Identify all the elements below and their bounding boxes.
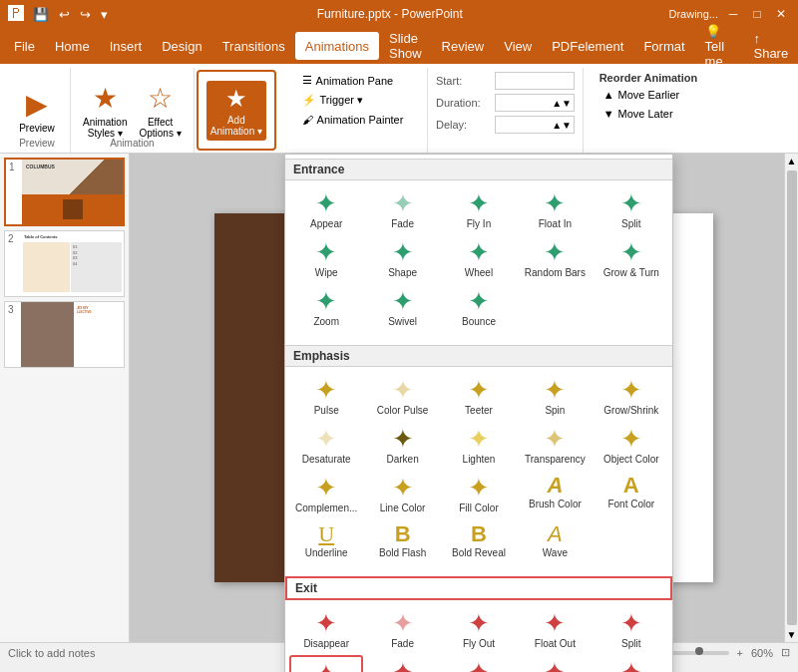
quick-access-toolbar: 💾 ↩ ↪ ▾ (30, 5, 111, 24)
menu-insert[interactable]: Insert (100, 32, 153, 60)
anim-object-color[interactable]: ✦ Object Color (595, 422, 668, 469)
anim-fill-color[interactable]: ✦ Fill Color (442, 471, 516, 517)
menu-view[interactable]: View (494, 32, 542, 60)
bold-reveal-label: Bold Reveal (452, 547, 506, 558)
minimize-button[interactable]: ─ (724, 5, 742, 23)
anim-appear[interactable]: ✦ Appear (289, 186, 363, 233)
menu-tell-me[interactable]: 💡 Tell me... (695, 32, 744, 60)
anim-spin[interactable]: ✦ Spin (518, 373, 592, 420)
anim-wipe[interactable]: ✦ Wipe (289, 235, 363, 282)
anim-font-color[interactable]: A Font Color (595, 471, 668, 517)
slide-thumb-2[interactable]: 2 Table of Contents 01020304 (4, 230, 125, 297)
spin-icon: ✦ (544, 377, 566, 403)
effect-options-button[interactable]: ☆ EffectOptions ▾ (135, 78, 185, 143)
close-button[interactable]: ✕ (772, 5, 790, 23)
animation-styles-button[interactable]: ★ AnimationStyles ▾ (79, 78, 131, 143)
menu-slideshow[interactable]: Slide Show (379, 32, 432, 60)
anim-transparency[interactable]: ✦ Transparency (518, 422, 592, 469)
menu-home[interactable]: Home (45, 32, 100, 60)
fade-label: Fade (391, 218, 414, 229)
menu-file[interactable]: File (4, 32, 45, 60)
customize-button[interactable]: ▾ (98, 5, 111, 24)
anim-fly-in[interactable]: ✦ Fly In (442, 186, 516, 233)
delay-input[interactable]: ▲▼ (495, 116, 575, 134)
anim-shape[interactable]: ✦ Shape (365, 235, 439, 282)
anim-bold-flash[interactable]: B Bold Flash (365, 519, 439, 562)
anim-underline[interactable]: U Underline (289, 519, 363, 562)
anim-exit-random-bars[interactable]: ✦ Random Bars (518, 655, 592, 672)
zoom-slider-thumb[interactable] (695, 647, 703, 655)
anim-zoom[interactable]: ✦ Zoom (289, 284, 363, 331)
anim-fly-out[interactable]: ✦ Fly Out (442, 606, 516, 653)
anim-brush-color[interactable]: A Brush Color (518, 471, 592, 517)
grow-turn-label: Grow & Turn (603, 267, 659, 278)
animation-pane-button[interactable]: ☰ Animation Pane (298, 72, 408, 89)
anim-float-out[interactable]: ✦ Float Out (518, 606, 592, 653)
anim-pulse[interactable]: ✦ Pulse (289, 373, 363, 420)
entrance-label: Entrance (293, 163, 344, 176)
preview-button[interactable]: ▶ Preview (12, 84, 62, 138)
save-button[interactable]: 💾 (30, 5, 52, 24)
animation-painter-button[interactable]: 🖌 Animation Painter (298, 112, 408, 128)
anim-exit-wipe[interactable]: ✦ Wipe (289, 655, 363, 672)
anim-line-color[interactable]: ✦ Line Color (365, 471, 439, 517)
anim-swivel[interactable]: ✦ Swivel (365, 284, 439, 331)
anim-teeter[interactable]: ✦ Teeter (442, 373, 516, 420)
anim-grow-shrink[interactable]: ✦ Grow/Shrink (595, 373, 668, 420)
anim-desaturate[interactable]: ✦ Desaturate (289, 422, 363, 469)
slide-thumb-3[interactable]: 3 JD BY LLECTIVE. (4, 301, 125, 368)
random-bars-label: Random Bars (525, 267, 586, 278)
menu-animations[interactable]: Animations (295, 32, 379, 60)
menu-transitions[interactable]: Transitions (212, 32, 295, 60)
add-animation-button[interactable]: ★ AddAnimation ▾ (206, 81, 266, 141)
start-input[interactable] (495, 72, 575, 90)
anim-lighten[interactable]: ✦ Lighten (442, 422, 516, 469)
scroll-down-button[interactable]: ▼ (785, 627, 798, 642)
menu-review[interactable]: Review (432, 32, 495, 60)
vertical-scrollbar[interactable]: ▲ ▼ (784, 154, 798, 642)
duration-input[interactable]: ▲▼ (495, 94, 575, 112)
anim-wave[interactable]: A Wave (518, 519, 592, 562)
effect-options-icon: ☆ (148, 82, 173, 115)
anim-wheel[interactable]: ✦ Wheel (442, 235, 516, 282)
anim-fade[interactable]: ✦ Fade (365, 186, 439, 233)
undo-button[interactable]: ↩ (56, 5, 73, 24)
redo-button[interactable]: ↪ (77, 5, 94, 24)
anim-grow-turn[interactable]: ✦ Grow & Turn (595, 235, 668, 282)
fade-icon: ✦ (392, 190, 414, 216)
anim-complement[interactable]: ✦ Complemen... (289, 471, 363, 517)
menu-share[interactable]: ↑ Share (743, 32, 798, 60)
anim-split[interactable]: ✦ Split (595, 186, 668, 233)
anim-exit-fade[interactable]: ✦ Fade (365, 606, 439, 653)
slide-thumb-1[interactable]: 1 COLUMBUS (4, 158, 125, 226)
zoom-slider[interactable] (669, 651, 729, 655)
anim-color-pulse[interactable]: ✦ Color Pulse (365, 373, 439, 420)
menu-design[interactable]: Design (152, 32, 211, 60)
move-earlier-label: Move Earlier (618, 89, 680, 101)
move-later-button[interactable]: ▼ Move Later (599, 106, 698, 122)
menu-pdfelement[interactable]: PDFelement (542, 32, 633, 60)
anim-darken[interactable]: ✦ Darken (365, 422, 439, 469)
anim-float-in[interactable]: ✦ Float In (518, 186, 592, 233)
scroll-up-button[interactable]: ▲ (785, 154, 798, 168)
anim-exit-shape[interactable]: ✦ Shape (365, 655, 439, 672)
anim-bounce[interactable]: ✦ Bounce (442, 284, 516, 331)
spin-label: Spin (545, 405, 565, 416)
fit-slide[interactable]: ⊡ (781, 646, 790, 659)
scroll-thumb[interactable] (787, 170, 797, 625)
trigger-button[interactable]: ⚡ Trigger ▾ (298, 92, 408, 109)
anim-disappear[interactable]: ✦ Disappear (289, 606, 363, 653)
anim-bold-reveal[interactable]: B Bold Reveal (442, 519, 516, 562)
maximize-button[interactable]: □ (748, 5, 766, 23)
brush-color-label: Brush Color (529, 499, 582, 509)
exit-header: Exit (285, 576, 672, 600)
anim-exit-split[interactable]: ✦ Split (595, 606, 668, 653)
drawing-label: Drawing... (668, 8, 718, 20)
anim-shrink-turn[interactable]: ✦ Shrink & Tu... (595, 655, 668, 672)
zoom-in[interactable]: + (737, 647, 743, 659)
move-earlier-button[interactable]: ▲ Move Earlier (599, 87, 698, 103)
anim-random-bars[interactable]: ✦ Random Bars (518, 235, 592, 282)
menu-format[interactable]: Format (633, 32, 694, 60)
anim-exit-wheel[interactable]: ✦ Wheel (442, 655, 516, 672)
exit-wipe-icon: ✦ (315, 661, 337, 672)
